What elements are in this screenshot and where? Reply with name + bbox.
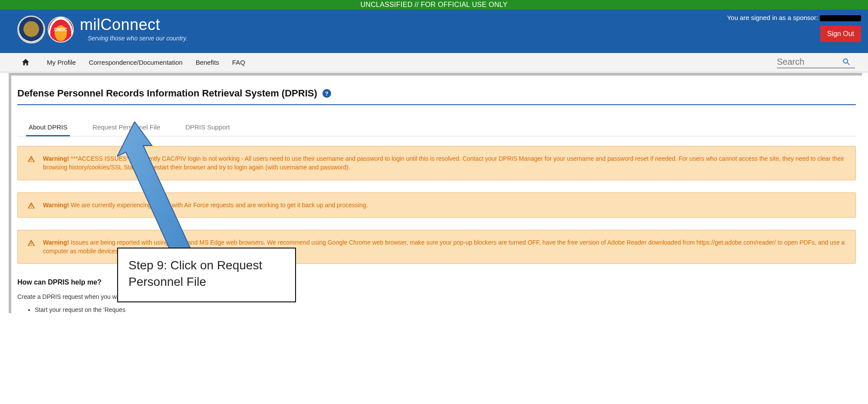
svg-point-0 [843, 59, 848, 63]
search-icon[interactable] [842, 57, 851, 66]
list-item: Start your request on the 'Reques [35, 306, 856, 313]
home-icon[interactable] [21, 58, 30, 67]
nav-my-profile[interactable]: My Profile [47, 59, 76, 66]
search-input[interactable] [777, 57, 842, 67]
signed-in-label: You are signed in as a sponsor: [727, 14, 818, 21]
alert-air-force: Warning! We are currently experiencing i… [17, 192, 856, 218]
page-title-row: Defense Personnel Records Information Re… [17, 88, 856, 105]
svg-line-1 [848, 63, 850, 65]
dmdc-seal-icon: DMDC [48, 17, 74, 43]
brand: milConnect Serving those who serve our c… [80, 16, 187, 42]
classification-banner: UNCLASSIFIED // FOR OFFICIAL USE ONLY [0, 0, 868, 10]
warning-icon [27, 239, 35, 247]
search-wrap [777, 57, 855, 68]
alerts: Warning! ***ACCESS ISSUES*** Currently C… [17, 146, 856, 264]
tab-about-dpris[interactable]: About DPRIS [26, 120, 70, 136]
warning-icon [27, 155, 35, 163]
alert-access-issues: Warning! ***ACCESS ISSUES*** Currently C… [17, 146, 856, 180]
tab-request-personnel-file[interactable]: Request Personnel File [90, 120, 163, 136]
header-right: You are signed in as a sponsor: Sign Out [727, 14, 861, 42]
signed-in-username-redacted [820, 15, 861, 21]
brand-title: milConnect [80, 16, 187, 34]
help-icon[interactable]: ? [322, 89, 331, 98]
header-logos: DMDC [17, 16, 74, 43]
signed-in-text: You are signed in as a sponsor: [727, 14, 861, 21]
how-can-list: Start your request on the 'Reques [35, 306, 856, 313]
sign-out-button[interactable]: Sign Out [820, 26, 861, 42]
nav-faq[interactable]: FAQ [232, 59, 245, 66]
header: DMDC milConnect Serving those who serve … [0, 10, 868, 53]
nav-benefits[interactable]: Benefits [196, 59, 219, 66]
alert-text: Warning! ***ACCESS ISSUES*** Currently C… [43, 154, 846, 172]
annotation-callout: Step 9: Click on Request Personnel File [117, 248, 296, 302]
dod-seal-icon [17, 16, 45, 43]
page-title: Defense Personnel Records Information Re… [17, 88, 317, 99]
navbar: My Profile Correspondence/Documentation … [0, 53, 868, 72]
nav-correspondence[interactable]: Correspondence/Documentation [89, 59, 183, 66]
tabs: About DPRIS Request Personnel File DPRIS… [17, 120, 856, 136]
alert-text: Warning! We are currently experiencing i… [43, 201, 368, 209]
brand-subtitle: Serving those who serve our country. [88, 35, 187, 42]
tab-dpris-support[interactable]: DPRIS Support [183, 120, 233, 136]
warning-icon [27, 202, 35, 209]
